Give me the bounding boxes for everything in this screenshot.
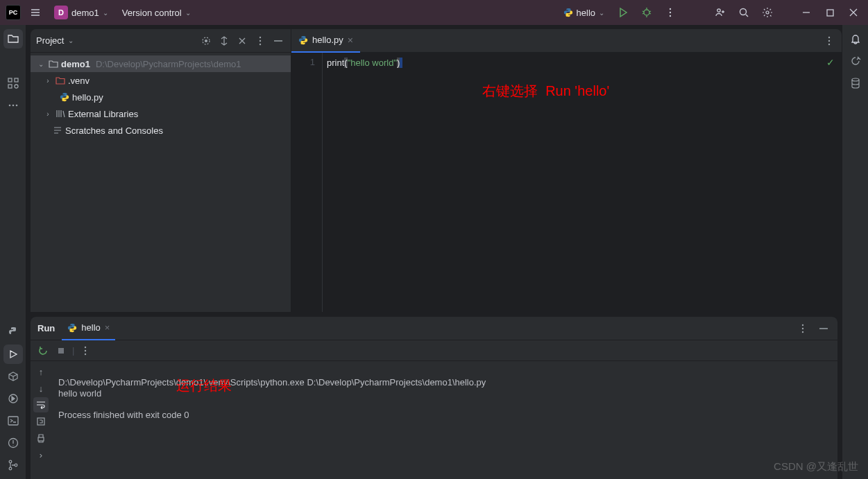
- code-with-me-icon[interactable]: [711, 3, 729, 21]
- maximize-icon[interactable]: [821, 3, 839, 21]
- tree-item-label: hello.py: [72, 92, 103, 103]
- tree-root[interactable]: ⌄ demo1 D:\Develop\PycharmProjects\demo1: [31, 55, 291, 72]
- console-output[interactable]: D:\Develop\PycharmProjects\demo1\.venv\S…: [51, 361, 837, 479]
- database-icon[interactable]: [846, 73, 865, 93]
- svg-point-29: [852, 78, 859, 81]
- terminal-tool-icon[interactable]: [3, 411, 23, 430]
- python-icon: [298, 35, 308, 45]
- panel-title: Project: [36, 35, 64, 46]
- run-tool-icon[interactable]: [3, 345, 23, 364]
- close-tab-icon[interactable]: ×: [105, 322, 110, 333]
- debug-button[interactable]: [638, 3, 656, 21]
- more-actions-icon[interactable]: [78, 344, 92, 358]
- tree-item-label: External Libraries: [68, 109, 138, 119]
- python-icon: [67, 323, 77, 333]
- run-config-name: hello: [577, 8, 595, 18]
- svg-rect-10: [8, 85, 12, 88]
- run-tool-window: Run hello × | ↑ ↓ › D: [31, 316, 837, 479]
- svg-point-1: [670, 8, 671, 10]
- run-tab-label: hello: [81, 322, 100, 333]
- scratches-icon: [53, 125, 62, 135]
- svg-rect-38: [38, 437, 44, 441]
- svg-point-18: [9, 460, 12, 463]
- tree-scratches[interactable]: Scratches and Consoles: [31, 122, 291, 139]
- vcs-tool-icon[interactable]: [3, 455, 23, 475]
- close-icon[interactable]: [844, 3, 862, 21]
- rerun-icon[interactable]: [36, 344, 50, 358]
- more-actions-icon[interactable]: [661, 3, 679, 21]
- chevron-right-icon[interactable]: ›: [33, 447, 49, 462]
- settings-icon[interactable]: [758, 3, 776, 21]
- project-panel-header: Project ⌄: [31, 29, 291, 53]
- svg-point-36: [85, 353, 86, 354]
- panel-options-icon[interactable]: [796, 322, 810, 336]
- search-icon[interactable]: [735, 3, 753, 21]
- run-config-dropdown[interactable]: hello ⌄: [559, 5, 609, 21]
- services-tool-icon[interactable]: [3, 367, 23, 386]
- svg-point-3: [670, 15, 671, 17]
- python-icon: [60, 92, 69, 102]
- svg-point-34: [85, 346, 86, 347]
- svg-point-26: [828, 36, 830, 37]
- chevron-right-icon[interactable]: ›: [43, 77, 53, 85]
- tree-ext-libraries[interactable]: › External Libraries: [31, 105, 291, 122]
- chevron-down-icon[interactable]: ⌄: [68, 37, 74, 44]
- python-packages-icon[interactable]: [3, 389, 23, 408]
- title-bar: PC D demo1 ⌄ Version control ⌄ hello ⌄: [0, 0, 868, 25]
- project-dropdown[interactable]: D demo1 ⌄: [50, 3, 112, 22]
- code-editor[interactable]: 1 print("hello world") ✓ 右键选择 Run 'hello…: [291, 53, 842, 312]
- ai-assistant-icon[interactable]: [846, 51, 865, 71]
- tree-file[interactable]: hello.py: [31, 89, 291, 105]
- minimize-icon[interactable]: [797, 3, 815, 21]
- editor-area: hello.py × 1 print("hello world") ✓ 右键选择…: [291, 29, 842, 312]
- folder-icon: [49, 59, 58, 69]
- vcs-dropdown[interactable]: Version control ⌄: [118, 5, 195, 21]
- editor-tab[interactable]: hello.py ×: [291, 29, 360, 53]
- console-line: hello world: [58, 388, 101, 399]
- line-number: 1: [291, 57, 315, 67]
- project-tree: ⌄ demo1 D:\Develop\PycharmProjects\demo1…: [31, 53, 291, 312]
- tree-venv[interactable]: › .venv: [31, 72, 291, 89]
- panel-options-icon[interactable]: [253, 34, 267, 48]
- down-stacktrace-icon[interactable]: ↓: [33, 381, 49, 396]
- notifications-icon[interactable]: [846, 29, 865, 49]
- run-tab[interactable]: hello ×: [62, 317, 115, 340]
- more-tools-icon[interactable]: [3, 96, 23, 115]
- chevron-down-icon: ⌄: [599, 9, 604, 17]
- soft-wrap-icon[interactable]: [33, 397, 49, 412]
- svg-point-25: [259, 43, 261, 44]
- editor-options-icon[interactable]: [822, 34, 836, 48]
- chevron-down-icon[interactable]: ⌄: [36, 60, 46, 68]
- up-stacktrace-icon[interactable]: ↑: [33, 364, 49, 379]
- project-tool-icon[interactable]: [3, 29, 23, 49]
- problems-tool-icon[interactable]: [3, 433, 23, 453]
- code-content[interactable]: print("hello world") ✓ 右键选择 Run 'hello': [322, 53, 842, 312]
- chevron-right-icon[interactable]: ›: [43, 110, 53, 118]
- chevron-down-icon: ⌄: [103, 9, 108, 17]
- hide-panel-icon[interactable]: [271, 34, 285, 48]
- vcs-label: Version control: [122, 8, 182, 18]
- library-icon: [56, 109, 65, 119]
- hide-panel-icon[interactable]: [817, 322, 831, 336]
- main-menu-icon[interactable]: [26, 3, 44, 21]
- select-opened-file-icon[interactable]: [199, 34, 213, 48]
- code-token: print: [327, 58, 344, 68]
- stop-icon[interactable]: [54, 344, 68, 358]
- expand-all-icon[interactable]: [217, 34, 231, 48]
- svg-point-32: [802, 331, 803, 332]
- svg-rect-8: [8, 78, 12, 82]
- svg-point-13: [12, 105, 14, 107]
- scroll-to-end-icon[interactable]: [33, 414, 49, 429]
- structure-tool-icon[interactable]: [3, 73, 23, 93]
- collapse-all-icon[interactable]: [235, 34, 249, 48]
- inspection-ok-icon[interactable]: ✓: [826, 57, 835, 68]
- console-line: Process finished with exit code 0: [58, 410, 189, 420]
- chevron-down-icon: ⌄: [185, 9, 191, 17]
- run-button[interactable]: [614, 3, 632, 21]
- close-tab-icon[interactable]: ×: [348, 35, 353, 46]
- left-tool-rail: [0, 25, 26, 479]
- annotation-text: 右键选择 Run 'hello': [482, 82, 609, 101]
- print-icon[interactable]: [33, 430, 49, 446]
- python-console-icon[interactable]: [3, 322, 23, 342]
- tree-item-label: Scratches and Consoles: [65, 125, 163, 136]
